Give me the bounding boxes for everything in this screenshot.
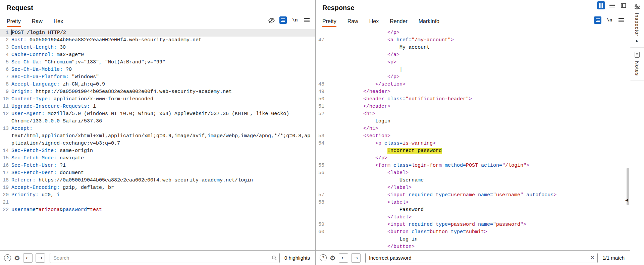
code-line[interactable]: 9Origin: https://0a050019044b05ea882e2ea…: [0, 88, 315, 96]
code-line[interactable]: 47 <a href="/my-account">: [316, 37, 630, 44]
tab-render[interactable]: Render: [390, 18, 407, 27]
code-line[interactable]: 14Sec-Fetch-Site: same-origin: [0, 147, 315, 155]
layout-columns-button[interactable]: [597, 1, 605, 9]
next-match-button[interactable]: →: [36, 253, 45, 263]
code-line[interactable]: text/html,application/xhtml+xml,applicat…: [0, 132, 315, 140]
prettify-toggle-button[interactable]: [594, 16, 602, 24]
code-segment: Sec-Fetch-Site:: [11, 148, 57, 154]
inspector-collapse-icon[interactable]: ▶: [636, 39, 638, 43]
line-number: [316, 184, 324, 192]
tab-pretty[interactable]: Pretty: [322, 18, 336, 27]
code-segment: <input: [327, 222, 409, 227]
code-line[interactable]: |: [316, 66, 630, 73]
gear-icon[interactable]: ⚙: [330, 255, 336, 261]
prettify-toggle-button[interactable]: [279, 16, 287, 24]
hide-highlights-button[interactable]: [267, 16, 275, 24]
tab-hex[interactable]: Hex: [369, 18, 379, 27]
code-line[interactable]: 50 <header class="notification-header">: [316, 96, 630, 103]
code-line[interactable]: Incorrect password: [316, 147, 630, 155]
code-line[interactable]: My account: [316, 44, 630, 51]
response-editor[interactable]: </p>47 <a href="/my-account"> My account…: [316, 28, 630, 250]
code-line[interactable]: Chrome/133.0.0.0 Safari/537.36: [0, 118, 315, 125]
code-line[interactable]: 18Referer: https://0a050019044b05ea882e2…: [0, 177, 315, 184]
code-line[interactable]: 17Sec-Fetch-Dest: document: [0, 169, 315, 177]
code-line[interactable]: 49 </header>: [316, 88, 630, 96]
editor-menu-button[interactable]: [617, 16, 625, 24]
line-number: 3: [0, 44, 9, 51]
code-line[interactable]: </label>: [316, 214, 630, 221]
newline-toggle-button[interactable]: \n: [291, 16, 299, 24]
code-line[interactable]: 53 <section>: [316, 132, 630, 140]
code-line[interactable]: 54 <p class=is-warning>: [316, 140, 630, 147]
newline-toggle-button[interactable]: \n: [605, 16, 613, 24]
code-line[interactable]: 12User-Agent: Mozilla/5.0 (Windows NT 10…: [0, 110, 315, 118]
gear-icon[interactable]: ⚙: [14, 255, 20, 261]
code-line[interactable]: 55 <form class=login-form method=POST ac…: [316, 162, 630, 169]
tab-pretty[interactable]: Pretty: [7, 18, 21, 27]
clear-search-icon[interactable]: ×: [590, 254, 595, 261]
help-icon[interactable]: ?: [4, 254, 11, 261]
code-line-text: Sec-Fetch-Dest: document: [9, 169, 84, 177]
tab-raw[interactable]: Raw: [32, 18, 43, 27]
code-line[interactable]: 21: [0, 199, 315, 206]
code-line[interactable]: 6Sec-Ch-Ua-Mobile: ?0: [0, 66, 315, 73]
code-line[interactable]: 48 </section>: [316, 81, 630, 88]
code-line[interactable]: </p>: [316, 155, 630, 162]
code-line[interactable]: </h1>: [316, 125, 630, 132]
code-line[interactable]: 20Priority: u=0, i: [0, 192, 315, 199]
code-line[interactable]: 10Content-Type: application/x-www-form-u…: [0, 96, 315, 103]
code-line[interactable]: 3Content-Length: 30: [0, 44, 315, 51]
code-line[interactable]: 2Host: 0a050019044b05ea882e2eaa002e00f4.…: [0, 37, 315, 44]
code-line[interactable]: 11Upgrade-Insecure-Requests: 1: [0, 103, 315, 110]
response-search-input[interactable]: [365, 253, 598, 263]
code-line[interactable]: </p>: [316, 29, 630, 37]
next-match-button[interactable]: →: [351, 253, 361, 263]
tab-markinfo[interactable]: MarkInfo: [419, 18, 439, 27]
code-line[interactable]: 16Sec-Fetch-User: ?1: [0, 162, 315, 169]
code-line[interactable]: 19Accept-Encoding: gzip, deflate, br: [0, 184, 315, 192]
code-line[interactable]: </a>: [316, 51, 630, 59]
code-line[interactable]: 60 <button class=button type=submit>: [316, 228, 630, 236]
code-line[interactable]: 5Sec-Ch-Ua: "Chromium";v="133", "Not(A:B…: [0, 59, 315, 66]
code-line[interactable]: </p>: [316, 73, 630, 81]
code-segment: "notification-header": [406, 96, 469, 102]
code-line[interactable]: 15Sec-Fetch-Mode: navigate: [0, 155, 315, 162]
code-line[interactable]: 13Accept:: [0, 125, 315, 132]
code-line[interactable]: 4Cache-Control: max-age=0: [0, 51, 315, 59]
tab-raw[interactable]: Raw: [347, 18, 358, 27]
code-line[interactable]: Log in: [316, 236, 630, 243]
code-line[interactable]: 52 <h1>: [316, 110, 630, 118]
line-number: [316, 66, 324, 73]
code-line[interactable]: </label>: [316, 184, 630, 192]
prev-match-button[interactable]: ←: [339, 253, 348, 263]
code-line[interactable]: 58 <label>: [316, 199, 630, 206]
code-segment: <section>: [327, 133, 390, 139]
code-line[interactable]: 56 <label>: [316, 169, 630, 177]
code-line[interactable]: 1POST /login HTTP/2: [0, 29, 315, 37]
code-line[interactable]: Username: [316, 177, 630, 184]
layout-rows-button[interactable]: [608, 1, 616, 9]
layout-combined-button[interactable]: [619, 1, 627, 9]
code-line[interactable]: 57 <input required type=username name="u…: [316, 192, 630, 199]
rail-expand-icon[interactable]: ◀: [625, 198, 628, 202]
help-icon[interactable]: ?: [320, 254, 327, 261]
code-line[interactable]: 59 <input required type=password name="p…: [316, 221, 630, 228]
code-segment: Cache-Control:: [11, 52, 54, 58]
code-line[interactable]: Password: [316, 206, 630, 214]
code-line[interactable]: 7Sec-Ch-Ua-Platform: "Windows": [0, 73, 315, 81]
code-line[interactable]: <p>: [316, 59, 630, 66]
code-line[interactable]: Login: [316, 118, 630, 125]
request-editor[interactable]: 1POST /login HTTP/22Host: 0a050019044b05…: [0, 28, 315, 250]
request-search-input[interactable]: [50, 253, 280, 263]
code-line[interactable]: 22username=arizona&password=test: [0, 206, 315, 214]
line-number: [0, 118, 9, 125]
tab-hex[interactable]: Hex: [54, 18, 63, 27]
editor-menu-button[interactable]: [303, 16, 311, 24]
code-line[interactable]: plication/signed-exchange;v=b3;q=0.7: [0, 140, 315, 147]
rail-tab-inspector[interactable]: Inspector ▶: [630, 0, 644, 48]
code-line[interactable]: 51 </header>: [316, 103, 630, 110]
prev-match-button[interactable]: ←: [23, 253, 33, 263]
rail-tab-notes[interactable]: Notes: [630, 48, 644, 81]
code-line[interactable]: </button>: [316, 243, 630, 250]
code-line[interactable]: 8Accept-Language: zh-CN,zh;q=0.9: [0, 81, 315, 88]
